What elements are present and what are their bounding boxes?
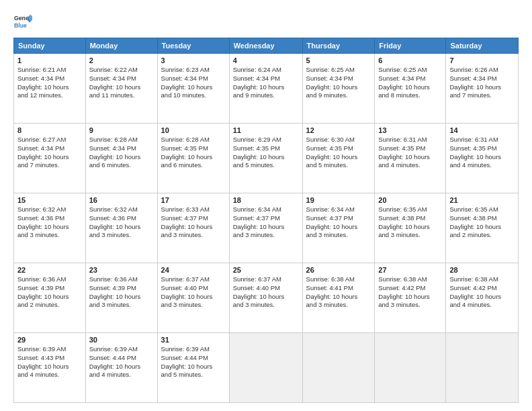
day-number: 17 xyxy=(161,196,226,204)
day-info: Sunrise: 6:34 AM Sunset: 4:37 PM Dayligh… xyxy=(306,205,371,240)
day-number: 29 xyxy=(17,336,82,344)
table-row: 29Sunrise: 6:39 AM Sunset: 4:43 PM Dayli… xyxy=(14,333,86,403)
table-row: 23Sunrise: 6:36 AM Sunset: 4:39 PM Dayli… xyxy=(85,263,157,333)
day-info: Sunrise: 6:35 AM Sunset: 4:38 PM Dayligh… xyxy=(449,205,515,240)
day-number: 26 xyxy=(306,266,371,274)
day-info: Sunrise: 6:36 AM Sunset: 4:39 PM Dayligh… xyxy=(89,275,154,310)
day-number: 10 xyxy=(161,126,226,134)
dow-sunday: Sunday xyxy=(14,38,86,54)
day-number: 27 xyxy=(378,266,442,274)
dow-monday: Monday xyxy=(85,38,157,54)
table-row: 15Sunrise: 6:32 AM Sunset: 4:36 PM Dayli… xyxy=(14,193,86,263)
day-info: Sunrise: 6:28 AM Sunset: 4:35 PM Dayligh… xyxy=(161,136,226,170)
table-row: 14Sunrise: 6:31 AM Sunset: 4:35 PM Dayli… xyxy=(446,124,519,193)
day-number: 22 xyxy=(17,266,82,274)
day-info: Sunrise: 6:38 AM Sunset: 4:41 PM Dayligh… xyxy=(306,275,371,310)
day-number: 6 xyxy=(378,56,442,64)
day-info: Sunrise: 6:36 AM Sunset: 4:39 PM Dayligh… xyxy=(17,275,82,310)
day-number: 16 xyxy=(89,196,154,204)
day-info: Sunrise: 6:25 AM Sunset: 4:34 PM Dayligh… xyxy=(378,66,442,100)
day-number: 19 xyxy=(306,196,371,204)
day-number: 28 xyxy=(449,266,515,274)
table-row: 26Sunrise: 6:38 AM Sunset: 4:41 PM Dayli… xyxy=(302,263,375,333)
day-info: Sunrise: 6:39 AM Sunset: 4:44 PM Dayligh… xyxy=(89,345,154,379)
table-row: 9Sunrise: 6:28 AM Sunset: 4:34 PM Daylig… xyxy=(85,124,157,193)
dow-thursday: Thursday xyxy=(302,38,375,54)
day-info: Sunrise: 6:24 AM Sunset: 4:34 PM Dayligh… xyxy=(233,66,299,100)
table-row xyxy=(446,333,519,403)
day-info: Sunrise: 6:25 AM Sunset: 4:34 PM Dayligh… xyxy=(306,66,371,100)
day-number: 4 xyxy=(233,56,299,64)
table-row: 21Sunrise: 6:35 AM Sunset: 4:38 PM Dayli… xyxy=(446,193,519,263)
table-row: 30Sunrise: 6:39 AM Sunset: 4:44 PM Dayli… xyxy=(85,333,157,403)
day-info: Sunrise: 6:26 AM Sunset: 4:34 PM Dayligh… xyxy=(449,66,515,100)
table-row: 18Sunrise: 6:34 AM Sunset: 4:37 PM Dayli… xyxy=(229,193,302,263)
table-row: 22Sunrise: 6:36 AM Sunset: 4:39 PM Dayli… xyxy=(14,263,86,333)
day-info: Sunrise: 6:27 AM Sunset: 4:34 PM Dayligh… xyxy=(17,136,82,170)
day-number: 21 xyxy=(449,196,515,204)
dow-friday: Friday xyxy=(375,38,446,54)
table-row: 17Sunrise: 6:33 AM Sunset: 4:37 PM Dayli… xyxy=(157,193,229,263)
table-row: 7Sunrise: 6:26 AM Sunset: 4:34 PM Daylig… xyxy=(446,54,519,124)
svg-text:Blue: Blue xyxy=(14,22,27,29)
day-number: 12 xyxy=(306,126,371,134)
table-row: 24Sunrise: 6:37 AM Sunset: 4:40 PM Dayli… xyxy=(157,263,229,333)
calendar-table: SundayMondayTuesdayWednesdayThursdayFrid… xyxy=(13,38,519,403)
day-info: Sunrise: 6:32 AM Sunset: 4:36 PM Dayligh… xyxy=(17,205,82,240)
table-row: 20Sunrise: 6:35 AM Sunset: 4:38 PM Dayli… xyxy=(375,193,446,263)
day-number: 8 xyxy=(17,126,82,134)
table-row: 1Sunrise: 6:21 AM Sunset: 4:34 PM Daylig… xyxy=(14,54,86,124)
day-number: 2 xyxy=(89,56,154,64)
day-number: 11 xyxy=(233,126,299,134)
logo-icon: General Blue xyxy=(13,12,32,31)
day-info: Sunrise: 6:38 AM Sunset: 4:42 PM Dayligh… xyxy=(449,275,515,310)
day-info: Sunrise: 6:35 AM Sunset: 4:38 PM Dayligh… xyxy=(378,205,442,240)
day-info: Sunrise: 6:39 AM Sunset: 4:43 PM Dayligh… xyxy=(17,345,82,379)
table-row: 27Sunrise: 6:38 AM Sunset: 4:42 PM Dayli… xyxy=(375,263,446,333)
day-number: 25 xyxy=(233,266,299,274)
table-row: 4Sunrise: 6:24 AM Sunset: 4:34 PM Daylig… xyxy=(229,54,302,124)
dow-tuesday: Tuesday xyxy=(157,38,229,54)
day-info: Sunrise: 6:31 AM Sunset: 4:35 PM Dayligh… xyxy=(378,136,442,170)
dow-saturday: Saturday xyxy=(446,38,519,54)
day-number: 18 xyxy=(233,196,299,204)
table-row: 31Sunrise: 6:39 AM Sunset: 4:44 PM Dayli… xyxy=(157,333,229,403)
table-row: 19Sunrise: 6:34 AM Sunset: 4:37 PM Dayli… xyxy=(302,193,375,263)
day-number: 9 xyxy=(89,126,154,134)
day-number: 31 xyxy=(161,336,226,344)
day-number: 15 xyxy=(17,196,82,204)
table-row: 13Sunrise: 6:31 AM Sunset: 4:35 PM Dayli… xyxy=(375,124,446,193)
table-row: 25Sunrise: 6:37 AM Sunset: 4:40 PM Dayli… xyxy=(229,263,302,333)
day-info: Sunrise: 6:30 AM Sunset: 4:35 PM Dayligh… xyxy=(306,136,371,170)
table-row: 28Sunrise: 6:38 AM Sunset: 4:42 PM Dayli… xyxy=(446,263,519,333)
table-row xyxy=(375,333,446,403)
day-info: Sunrise: 6:32 AM Sunset: 4:36 PM Dayligh… xyxy=(89,205,154,240)
table-row: 2Sunrise: 6:22 AM Sunset: 4:34 PM Daylig… xyxy=(85,54,157,124)
day-number: 7 xyxy=(449,56,515,64)
day-info: Sunrise: 6:33 AM Sunset: 4:37 PM Dayligh… xyxy=(161,205,226,240)
table-row: 12Sunrise: 6:30 AM Sunset: 4:35 PM Dayli… xyxy=(302,124,375,193)
day-info: Sunrise: 6:23 AM Sunset: 4:34 PM Dayligh… xyxy=(161,66,226,100)
day-info: Sunrise: 6:37 AM Sunset: 4:40 PM Dayligh… xyxy=(233,275,299,310)
day-info: Sunrise: 6:38 AM Sunset: 4:42 PM Dayligh… xyxy=(378,275,442,310)
day-info: Sunrise: 6:31 AM Sunset: 4:35 PM Dayligh… xyxy=(449,136,515,170)
table-row: 10Sunrise: 6:28 AM Sunset: 4:35 PM Dayli… xyxy=(157,124,229,193)
table-row xyxy=(302,333,375,403)
dow-wednesday: Wednesday xyxy=(229,38,302,54)
day-info: Sunrise: 6:39 AM Sunset: 4:44 PM Dayligh… xyxy=(161,345,226,379)
day-number: 1 xyxy=(17,56,82,64)
day-number: 5 xyxy=(306,56,371,64)
day-number: 24 xyxy=(161,266,226,274)
day-info: Sunrise: 6:21 AM Sunset: 4:34 PM Dayligh… xyxy=(17,66,82,100)
table-row: 16Sunrise: 6:32 AM Sunset: 4:36 PM Dayli… xyxy=(85,193,157,263)
day-info: Sunrise: 6:29 AM Sunset: 4:35 PM Dayligh… xyxy=(233,136,299,170)
table-row: 8Sunrise: 6:27 AM Sunset: 4:34 PM Daylig… xyxy=(14,124,86,193)
day-number: 3 xyxy=(161,56,226,64)
day-number: 13 xyxy=(378,126,442,134)
day-number: 30 xyxy=(89,336,154,344)
table-row xyxy=(229,333,302,403)
logo: General Blue xyxy=(13,12,35,31)
day-info: Sunrise: 6:34 AM Sunset: 4:37 PM Dayligh… xyxy=(233,205,299,240)
table-row: 5Sunrise: 6:25 AM Sunset: 4:34 PM Daylig… xyxy=(302,54,375,124)
day-info: Sunrise: 6:22 AM Sunset: 4:34 PM Dayligh… xyxy=(89,66,154,100)
